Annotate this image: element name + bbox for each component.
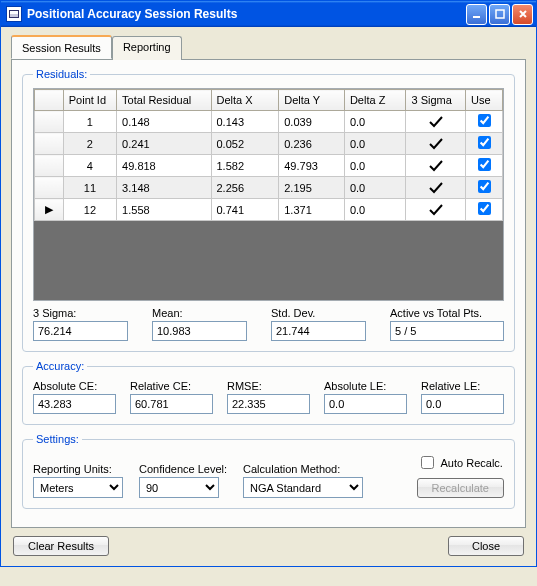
col-total-residual[interactable]: Total Residual [117, 90, 211, 111]
rel-le-field[interactable] [421, 394, 504, 414]
reporting-units-label: Reporting Units: [33, 463, 123, 475]
maximize-button[interactable] [489, 4, 510, 25]
cell-delta-y: 2.195 [279, 177, 345, 199]
abs-le-field[interactable] [324, 394, 407, 414]
col-delta-x[interactable]: Delta X [211, 90, 279, 111]
calculation-method-select[interactable]: NGA Standard [243, 477, 363, 498]
table-row[interactable]: 449.8181.58249.7930.0 [35, 155, 503, 177]
cell-3-sigma [406, 155, 466, 177]
use-checkbox[interactable] [478, 136, 491, 149]
col-3-sigma[interactable]: 3 Sigma [406, 90, 466, 111]
close-dialog-button[interactable]: Close [448, 536, 524, 556]
use-checkbox[interactable] [478, 158, 491, 171]
minimize-button[interactable] [466, 4, 487, 25]
cell-delta-x: 0.052 [211, 133, 279, 155]
rel-le-label: Relative LE: [421, 380, 504, 392]
residuals-grid-wrap[interactable]: Point Id Total Residual Delta X Delta Y … [33, 88, 504, 301]
cell-delta-z: 0.0 [344, 133, 406, 155]
rel-ce-label: Relative CE: [130, 380, 213, 392]
row-marker [35, 177, 64, 199]
calculation-method-label: Calculation Method: [243, 463, 363, 475]
abs-ce-field[interactable] [33, 394, 116, 414]
mean-field[interactable] [152, 321, 247, 341]
tab-session-results[interactable]: Session Results [11, 35, 112, 59]
reporting-units-select[interactable]: Meters [33, 477, 123, 498]
cell-delta-z: 0.0 [344, 199, 406, 221]
cell-point-id: 1 [63, 111, 116, 133]
cell-total-residual: 3.148 [117, 177, 211, 199]
cell-total-residual: 1.558 [117, 199, 211, 221]
accuracy-legend: Accuracy: [33, 360, 87, 372]
table-row[interactable]: 113.1482.2562.1950.0 [35, 177, 503, 199]
std-dev-label: Std. Dev. [271, 307, 366, 319]
std-dev-field[interactable] [271, 321, 366, 341]
three-sigma-label: 3 Sigma: [33, 307, 128, 319]
settings-group: Settings: Reporting Units: Meters Confid… [22, 433, 515, 509]
cell-delta-z: 0.0 [344, 111, 406, 133]
rmse-label: RMSE: [227, 380, 310, 392]
dialog-buttons: Clear Results Close [13, 536, 524, 556]
active-pts-field[interactable] [390, 321, 504, 341]
active-pts-label: Active vs Total Pts. [390, 307, 504, 319]
use-checkbox[interactable] [478, 114, 491, 127]
table-row[interactable]: ▶121.5580.7411.3710.0 [35, 199, 503, 221]
cell-total-residual: 0.148 [117, 111, 211, 133]
app-icon [6, 6, 22, 22]
cell-delta-x: 0.741 [211, 199, 279, 221]
window-buttons [466, 4, 533, 25]
window: Positional Accuracy Session Results Sess… [0, 0, 537, 567]
cell-point-id: 4 [63, 155, 116, 177]
col-delta-y[interactable]: Delta Y [279, 90, 345, 111]
tab-reporting[interactable]: Reporting [112, 36, 182, 60]
rmse-field[interactable] [227, 394, 310, 414]
mean-label: Mean: [152, 307, 247, 319]
residuals-grid: Point Id Total Residual Delta X Delta Y … [34, 89, 503, 221]
cell-delta-y: 0.039 [279, 111, 345, 133]
residuals-legend: Residuals: [33, 68, 90, 80]
table-row[interactable]: 10.1480.1430.0390.0 [35, 111, 503, 133]
cell-use [466, 133, 503, 155]
table-row[interactable]: 20.2410.0520.2360.0 [35, 133, 503, 155]
auto-recalc-checkbox[interactable] [421, 456, 434, 469]
svg-rect-1 [496, 10, 504, 18]
settings-legend: Settings: [33, 433, 82, 445]
cell-total-residual: 0.241 [117, 133, 211, 155]
row-marker [35, 111, 64, 133]
recalculate-button[interactable]: Recalculate [417, 478, 504, 498]
titlebar: Positional Accuracy Session Results [1, 1, 536, 27]
cell-3-sigma [406, 199, 466, 221]
cell-total-residual: 49.818 [117, 155, 211, 177]
cell-use [466, 177, 503, 199]
close-button[interactable] [512, 4, 533, 25]
cell-delta-x: 2.256 [211, 177, 279, 199]
tab-strip: Session Results Reporting [11, 35, 526, 59]
auto-recalc-label: Auto Recalc. [441, 457, 503, 469]
col-delta-z[interactable]: Delta Z [344, 90, 406, 111]
auto-recalc-row[interactable]: Auto Recalc. [417, 453, 503, 472]
cell-3-sigma [406, 177, 466, 199]
cell-delta-z: 0.0 [344, 177, 406, 199]
rel-ce-field[interactable] [130, 394, 213, 414]
cell-delta-z: 0.0 [344, 155, 406, 177]
clear-results-button[interactable]: Clear Results [13, 536, 109, 556]
abs-le-label: Absolute LE: [324, 380, 407, 392]
use-checkbox[interactable] [478, 202, 491, 215]
col-use[interactable]: Use [466, 90, 503, 111]
row-marker: ▶ [35, 199, 64, 221]
cell-delta-x: 0.143 [211, 111, 279, 133]
cell-delta-y: 1.371 [279, 199, 345, 221]
row-marker [35, 133, 64, 155]
client-area: Session Results Reporting Residuals: [1, 27, 536, 566]
cell-point-id: 11 [63, 177, 116, 199]
col-point-id[interactable]: Point Id [63, 90, 116, 111]
confidence-level-label: Confidence Level: [139, 463, 227, 475]
use-checkbox[interactable] [478, 180, 491, 193]
row-header-blank [35, 90, 64, 111]
cell-point-id: 2 [63, 133, 116, 155]
confidence-level-select[interactable]: 90 [139, 477, 219, 498]
cell-3-sigma [406, 111, 466, 133]
three-sigma-field[interactable] [33, 321, 128, 341]
accuracy-group: Accuracy: Absolute CE: Relative CE: RMSE… [22, 360, 515, 425]
cell-use [466, 155, 503, 177]
residuals-group: Residuals: Point Id Total Resid [22, 68, 515, 352]
